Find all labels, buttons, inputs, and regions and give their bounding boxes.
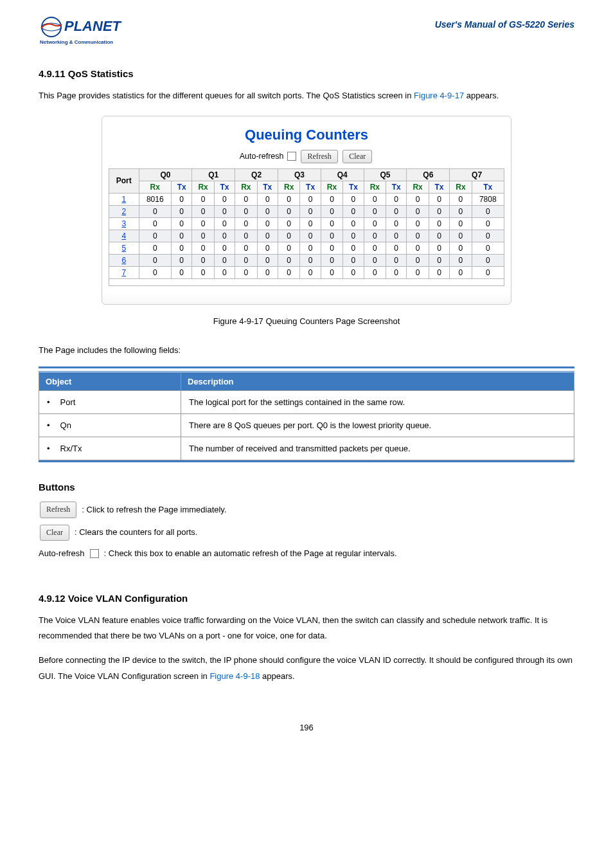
autorefresh-checkbox[interactable]: [287, 152, 296, 161]
section-title-qos-stats: 4.9.11 QoS Statistics: [39, 68, 574, 79]
cell-value: 0: [321, 217, 342, 230]
field-desc: The logical port for the settings contai…: [181, 391, 574, 414]
cell-value: 0: [407, 217, 429, 230]
table-row: Rx/Tx The number of received and transmi…: [39, 437, 574, 460]
cell-value: 0: [472, 230, 504, 242]
cell-value: 0: [450, 242, 472, 254]
cell-value: 0: [343, 217, 364, 230]
cell-value: 0: [214, 266, 235, 278]
brand-logo: PLANET Networking & Communication: [39, 15, 154, 49]
cell-value: 0: [171, 205, 191, 217]
field-object: Rx/Tx: [47, 444, 82, 453]
rxtx-header: Tx: [171, 181, 191, 193]
cell-value: 0: [278, 266, 300, 278]
cell-value: 0: [139, 217, 171, 230]
cell-value: 0: [257, 242, 278, 254]
cell-value: 0: [214, 205, 235, 217]
queuing-counters-table: PortQ0Q1Q2Q3Q4Q5Q6Q7 RxTxRxTxRxTxRxTxRxT…: [109, 168, 504, 286]
port-link[interactable]: 7: [121, 268, 126, 277]
cell-value: 0: [364, 205, 386, 217]
figure-ref-link-2[interactable]: Figure 4-9-18: [209, 671, 260, 681]
cell-value: 0: [321, 266, 342, 278]
cell-value: 0: [386, 266, 406, 278]
cell-value: 0: [321, 193, 342, 205]
cell-value: 0: [386, 254, 406, 266]
clear-button-sample[interactable]: Clear: [40, 525, 69, 541]
cell-value: 0: [278, 217, 300, 230]
queue-header: Q1: [192, 168, 235, 181]
cell-value: 0: [235, 254, 257, 266]
voice-vlan-p1: The Voice VLAN feature enables voice tra…: [39, 613, 574, 644]
port-link[interactable]: 4: [121, 231, 126, 240]
cell-value: 0: [321, 230, 342, 242]
cell-value: 0: [364, 242, 386, 254]
cell-value: 0: [300, 254, 321, 266]
figure-ref-link[interactable]: Figure 4-9-17: [414, 91, 464, 100]
table-row: 40000000000000000: [109, 230, 504, 242]
cell-value: 0: [235, 193, 257, 205]
cell-value: 0: [450, 217, 472, 230]
cell-value: 0: [429, 242, 449, 254]
clear-button[interactable]: Clear: [342, 150, 372, 163]
rxtx-header: Rx: [192, 181, 214, 193]
cell-value: 0: [321, 254, 342, 266]
cell-value: 0: [407, 193, 429, 205]
cell-value: 0: [171, 242, 191, 254]
refresh-desc: : Click to refresh the Page immediately.: [82, 503, 226, 517]
cell-value: 0: [139, 254, 171, 266]
cell-value: 0: [407, 242, 429, 254]
port-link[interactable]: 2: [121, 207, 126, 216]
cell-value: 0: [343, 193, 364, 205]
intro-text: This Page provides statistics for the di…: [39, 91, 414, 100]
rxtx-header: Rx: [407, 181, 429, 193]
figure-title: Queuing Counters: [109, 127, 504, 143]
autorefresh-checkbox-sample[interactable]: [90, 549, 99, 558]
refresh-button-sample[interactable]: Refresh: [40, 502, 76, 518]
buttons-title: Buttons: [39, 482, 574, 493]
port-link[interactable]: 1: [121, 195, 126, 204]
table-row: Qn There are 8 QoS queues per port. Q0 i…: [39, 414, 574, 437]
cell-value: 0: [278, 230, 300, 242]
rxtx-header: Tx: [300, 181, 321, 193]
cell-value: 0: [429, 266, 449, 278]
cell-value: 0: [300, 205, 321, 217]
cell-value: 0: [192, 254, 214, 266]
cell-value: 0: [407, 230, 429, 242]
cell-value: 0: [472, 205, 504, 217]
voice-vlan-p2: Before connecting the IP device to the s…: [39, 653, 574, 684]
rxtx-header: Tx: [343, 181, 364, 193]
cell-value: 0: [407, 266, 429, 278]
cell-value: 0: [139, 242, 171, 254]
cell-value: 0: [171, 193, 191, 205]
cell-value: 0: [450, 230, 472, 242]
rxtx-header: Tx: [472, 181, 504, 193]
port-link[interactable]: 5: [121, 244, 126, 253]
table-row: 70000000000000000: [109, 266, 504, 278]
cell-value: 0: [278, 205, 300, 217]
field-desc: The number of received and transmitted p…: [181, 437, 574, 460]
cell-value: 0: [364, 254, 386, 266]
cell-value: 8016: [139, 193, 171, 205]
cell-value: 0: [257, 193, 278, 205]
cell-value: 0: [429, 193, 449, 205]
cell-value: 0: [278, 242, 300, 254]
cell-value: 0: [343, 205, 364, 217]
cell-value: 0: [139, 266, 171, 278]
p2-before: Before connecting the IP device to the s…: [39, 655, 573, 681]
cell-value: 0: [300, 217, 321, 230]
port-link[interactable]: 6: [121, 256, 126, 265]
cell-value: 0: [257, 254, 278, 266]
cell-value: 0: [235, 205, 257, 217]
manual-title: User's Manual of GS-5220 Series: [435, 19, 574, 30]
svg-point-0: [42, 17, 61, 37]
table-row: 60000000000000000: [109, 254, 504, 266]
cell-value: 0: [235, 242, 257, 254]
cell-value: 0: [192, 242, 214, 254]
cell-value: 0: [450, 193, 472, 205]
rxtx-header: Rx: [450, 181, 472, 193]
cell-value: 0: [214, 242, 235, 254]
refresh-button[interactable]: Refresh: [301, 150, 337, 163]
cell-value: 0: [139, 205, 171, 217]
port-link[interactable]: 3: [121, 219, 126, 228]
cell-value: 0: [429, 230, 449, 242]
